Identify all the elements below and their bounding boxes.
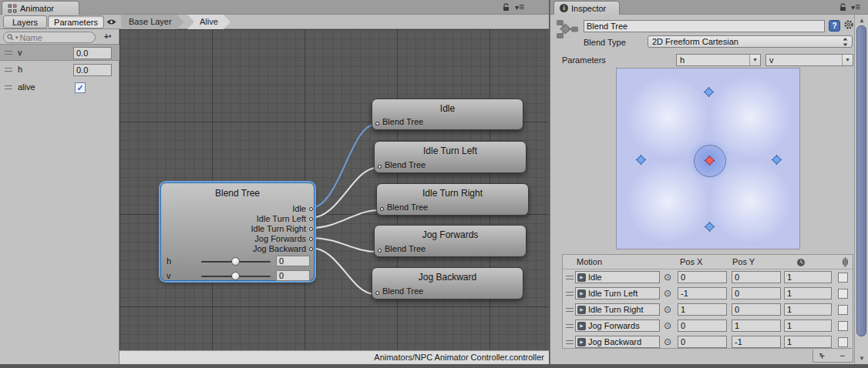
motion-field[interactable]: ▶Jog Forwards xyxy=(575,319,660,332)
input-port[interactable] xyxy=(375,291,379,295)
motion-field[interactable]: ▶Idle xyxy=(575,271,660,283)
scroll-down-icon[interactable]: ▼ xyxy=(855,355,868,362)
connection-idle-turn-left[interactable] xyxy=(311,168,377,218)
remove-motion-button[interactable]: − xyxy=(839,350,845,361)
gear-icon[interactable]: ▾ xyxy=(843,19,854,32)
search-filter-dropdown-icon[interactable]: ▾ xyxy=(15,35,19,41)
output-port[interactable] xyxy=(309,217,313,221)
slider-thumb[interactable] xyxy=(231,257,240,266)
speed-input[interactable] xyxy=(784,271,832,283)
mirror-checkbox[interactable] xyxy=(838,321,848,331)
parameter-search-input[interactable]: ▾ Name xyxy=(3,32,96,43)
mirror-checkbox[interactable] xyxy=(838,289,848,299)
lock-icon[interactable] xyxy=(839,3,847,14)
parameters-tab[interactable]: Parameters xyxy=(48,15,104,28)
child-node-jog-forwards[interactable]: Jog Forwards Blend Tree xyxy=(374,225,527,257)
mirror-checkbox[interactable] xyxy=(838,337,848,347)
parameter-checkbox[interactable]: ✓ xyxy=(75,82,86,93)
breadcrumb-base-layer[interactable]: Base Layer xyxy=(121,15,184,29)
object-picker-icon[interactable]: ⊙ xyxy=(664,288,671,299)
motion-field[interactable]: ▶Idle Turn Right xyxy=(575,303,660,316)
object-picker-icon[interactable]: ⊙ xyxy=(664,320,671,331)
pos-x-input[interactable] xyxy=(678,303,727,316)
pos-y-input[interactable] xyxy=(732,319,781,332)
blend-sample-marker-idle-turn-right[interactable] xyxy=(772,155,782,165)
drag-handle-icon[interactable] xyxy=(566,324,574,328)
output-port[interactable] xyxy=(309,227,313,231)
child-node-idle[interactable]: Idle Blend Tree xyxy=(372,99,523,130)
speed-input[interactable] xyxy=(784,319,832,332)
blend-type-dropdown[interactable]: 2D Freeform Cartesian xyxy=(648,35,853,48)
speed-input[interactable] xyxy=(784,287,832,299)
drag-handle-icon[interactable] xyxy=(566,292,574,296)
parameter-row-alive[interactable]: alive ✓ xyxy=(0,79,119,96)
slider-thumb[interactable] xyxy=(231,272,240,280)
drag-handle-icon[interactable] xyxy=(566,308,574,312)
scroll-up-icon[interactable]: ▲ xyxy=(855,17,868,24)
add-parameter-button[interactable]: +▾ xyxy=(99,32,116,43)
drag-handle-icon[interactable] xyxy=(566,340,574,344)
connection-jog-backward[interactable] xyxy=(311,248,375,294)
lock-icon[interactable] xyxy=(503,3,510,14)
panel-menu-icon[interactable]: ▾≡ xyxy=(851,2,860,12)
animator-graph-canvas[interactable]: Blend Tree Idle Idle Turn Left Idle Turn… xyxy=(119,29,549,350)
parameter-value-input[interactable] xyxy=(73,47,112,59)
motion-row-jog-forwards[interactable]: ▶Jog Forwards ⊙ xyxy=(563,318,853,334)
drag-handle-icon[interactable] xyxy=(5,85,12,89)
input-port[interactable] xyxy=(378,165,382,169)
blend-sample-marker-jog-backward[interactable] xyxy=(705,222,715,232)
speed-input[interactable] xyxy=(784,336,832,348)
motion-row-idle-turn-left[interactable]: ▶Idle Turn Left ⊙ xyxy=(563,286,853,302)
eye-icon[interactable] xyxy=(105,15,118,28)
pos-x-input[interactable] xyxy=(678,271,727,283)
output-port[interactable] xyxy=(309,237,313,241)
blend-tree-node[interactable]: Blend Tree Idle Idle Turn Left Idle Turn… xyxy=(160,182,315,281)
motion-row-idle[interactable]: ▶Idle ⊙ xyxy=(563,269,853,286)
blend-space-2d[interactable] xyxy=(616,68,800,249)
parameter-value-input[interactable] xyxy=(73,64,112,76)
pos-y-input[interactable] xyxy=(732,336,781,348)
blend-tree-name-input[interactable] xyxy=(584,20,825,32)
breadcrumb-alive[interactable]: Alive xyxy=(187,15,230,29)
mirror-checkbox[interactable] xyxy=(838,305,848,315)
child-node-idle-turn-right[interactable]: Idle Turn Right Blend Tree xyxy=(376,183,529,216)
pos-y-input[interactable] xyxy=(732,303,781,316)
pos-x-input[interactable] xyxy=(678,319,727,332)
object-picker-icon[interactable]: ⊙ xyxy=(664,272,671,283)
object-picker-icon[interactable]: ⊙ xyxy=(664,336,671,347)
output-port[interactable] xyxy=(309,207,313,211)
child-node-idle-turn-left[interactable]: Idle Turn Left Blend Tree xyxy=(374,141,527,173)
input-port[interactable] xyxy=(380,207,384,211)
speed-input[interactable] xyxy=(784,303,832,316)
parameter-row-h[interactable]: h xyxy=(0,62,119,79)
slider-value-input[interactable] xyxy=(276,256,310,266)
panel-menu-icon[interactable]: ▾≡ xyxy=(515,2,524,12)
input-port[interactable] xyxy=(375,122,379,125)
motion-field[interactable]: ▶Idle Turn Left xyxy=(575,287,660,299)
output-port[interactable] xyxy=(309,247,313,251)
blend-sample-marker-idle-turn-left[interactable] xyxy=(636,155,646,165)
param-x-dropdown[interactable]: h ▾ xyxy=(676,54,761,66)
motion-row-idle-turn-right[interactable]: ▶Idle Turn Right ⊙ xyxy=(563,302,853,318)
parameter-row-v[interactable]: v xyxy=(0,44,119,61)
motion-field[interactable]: ▶Jog Backward xyxy=(575,336,660,348)
drag-handle-icon[interactable] xyxy=(566,276,574,279)
drag-handle-icon[interactable] xyxy=(5,68,12,72)
layers-tab[interactable]: Layers xyxy=(3,15,47,28)
connection-idle-turn-right[interactable] xyxy=(311,210,379,228)
pos-x-input[interactable] xyxy=(678,336,727,348)
input-port[interactable] xyxy=(378,249,382,253)
inspector-scrollbar[interactable]: ▲ ▼ xyxy=(854,15,868,364)
param-y-dropdown[interactable]: v ▾ xyxy=(765,54,853,66)
scrollbar-thumb[interactable] xyxy=(856,25,866,336)
drag-handle-icon[interactable] xyxy=(5,51,12,55)
pos-y-input[interactable] xyxy=(732,287,781,299)
blend-sample-marker-jog-forwards[interactable] xyxy=(704,87,714,97)
slider-value-input[interactable] xyxy=(276,270,310,281)
child-node-jog-backward[interactable]: Jog Backward Blend Tree xyxy=(372,267,523,299)
pos-y-input[interactable] xyxy=(732,271,781,283)
object-picker-icon[interactable]: ⊙ xyxy=(664,304,671,315)
inspector-tab[interactable]: i Inspector xyxy=(553,1,620,15)
pos-x-input[interactable] xyxy=(678,287,727,299)
motion-row-jog-backward[interactable]: ▶Jog Backward ⊙ xyxy=(563,334,853,350)
